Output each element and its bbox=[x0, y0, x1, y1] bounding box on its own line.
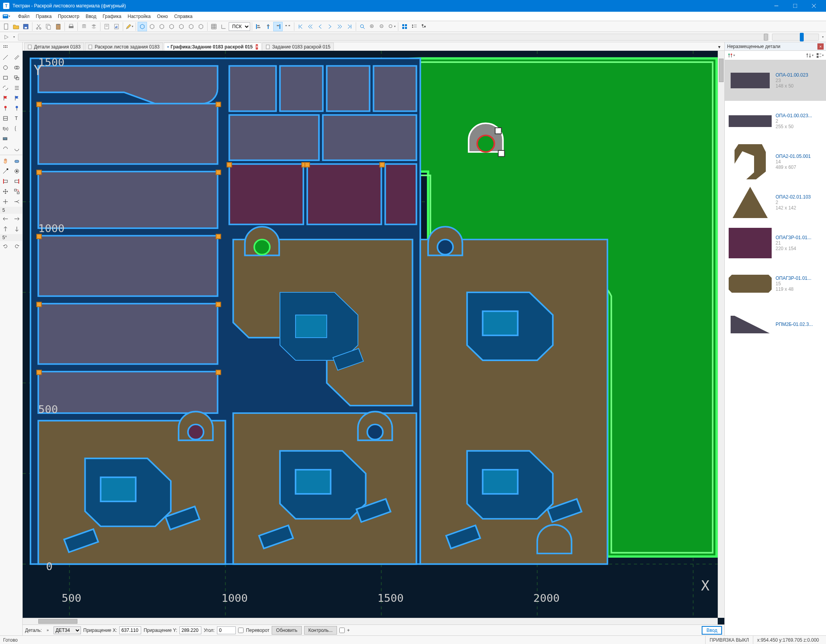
align-dist-button[interactable] bbox=[283, 22, 292, 31]
nav-last-button[interactable] bbox=[345, 22, 354, 31]
tool-blank2[interactable] bbox=[11, 134, 23, 144]
nav-first-button[interactable] bbox=[296, 22, 305, 31]
part-item[interactable]: ОПАГЗР-01.01...21220 x 154 bbox=[725, 223, 826, 263]
tool-radial-icon[interactable] bbox=[11, 197, 23, 207]
align-left-button[interactable] bbox=[254, 22, 263, 31]
zoom-fit-button[interactable] bbox=[358, 22, 367, 31]
control-button[interactable]: Контроль... bbox=[304, 626, 337, 635]
tool-fx-icon[interactable]: f(x) bbox=[0, 123, 11, 134]
play-button[interactable] bbox=[2, 33, 10, 41]
tool-move-icon[interactable] bbox=[0, 186, 11, 197]
nav-next-button[interactable] bbox=[325, 22, 335, 31]
view-3d-2-button[interactable] bbox=[147, 22, 157, 31]
horizontal-scrollbar[interactable] bbox=[23, 618, 718, 624]
tool-box-icon[interactable] bbox=[0, 113, 11, 123]
database-button[interactable] bbox=[79, 22, 89, 31]
tab-nests[interactable]: Раскрои листов задания 0183 bbox=[85, 43, 163, 50]
part-item[interactable]: РПМ2Б-01.02.3... bbox=[725, 304, 826, 345]
zoom-in-button[interactable] bbox=[367, 22, 377, 31]
tool-hand-icon[interactable] bbox=[0, 156, 11, 166]
tab-close-button[interactable]: × bbox=[256, 44, 258, 50]
new-button[interactable] bbox=[2, 22, 11, 31]
tool-label-icon[interactable]: a.b bbox=[0, 134, 11, 144]
list-panel-button[interactable] bbox=[410, 22, 419, 31]
tool-diag2-icon[interactable] bbox=[11, 166, 23, 176]
tool-arrow-down-icon[interactable] bbox=[11, 224, 23, 234]
status-snap[interactable]: ПРИВЯЗКА ВЫКЛ bbox=[705, 636, 753, 644]
tool-integral-icon[interactable] bbox=[11, 123, 23, 134]
play-menu-icon[interactable]: ▾ bbox=[13, 35, 15, 39]
tool-rotate-cw-icon[interactable] bbox=[11, 241, 23, 251]
paste-button[interactable] bbox=[54, 22, 63, 31]
increment-y-input[interactable] bbox=[179, 626, 201, 634]
tool-rects-icon[interactable] bbox=[11, 73, 23, 83]
menu-view[interactable]: Просмотр bbox=[55, 12, 82, 21]
tool-rect-icon[interactable] bbox=[0, 73, 11, 83]
pencil-button[interactable]: ▾ bbox=[125, 22, 134, 31]
view-3d-6-button[interactable] bbox=[186, 22, 196, 31]
tool-flag-blue-icon[interactable] bbox=[11, 93, 23, 103]
tab-details[interactable]: Детали задания 0183 bbox=[24, 43, 84, 50]
panel-view-button[interactable]: ▾ bbox=[815, 51, 824, 60]
tool-marker1-icon[interactable] bbox=[0, 103, 11, 113]
menu-window[interactable]: Окно bbox=[154, 12, 171, 21]
tool-circles-icon[interactable] bbox=[11, 63, 23, 73]
angle-input[interactable] bbox=[217, 626, 236, 634]
menu-input[interactable]: Ввод bbox=[82, 12, 100, 21]
tool-blank1[interactable] bbox=[11, 42, 23, 52]
close-button[interactable] bbox=[805, 0, 823, 12]
tabs-overflow-button[interactable]: ▾ bbox=[716, 43, 723, 50]
layers-button[interactable] bbox=[89, 22, 99, 31]
detail-pick-button[interactable]: » bbox=[44, 627, 51, 634]
view-3d-1-button[interactable] bbox=[138, 22, 147, 31]
part-item[interactable]: ОПАГЗР-01.01...15119 x 48 bbox=[725, 263, 826, 304]
tool-marker2-icon[interactable] bbox=[11, 103, 23, 113]
notes-button[interactable] bbox=[102, 22, 111, 31]
menu-help[interactable]: Справка bbox=[171, 12, 195, 21]
tree-panel-button[interactable] bbox=[419, 22, 429, 31]
tool-cross-icon[interactable] bbox=[0, 197, 11, 207]
align-right-button[interactable] bbox=[273, 22, 283, 31]
nav-prev-button[interactable] bbox=[315, 22, 325, 31]
panel-filter-button[interactable]: ▾ bbox=[726, 51, 736, 60]
view-3d-3-button[interactable] bbox=[157, 22, 167, 31]
vertical-scrollbar[interactable] bbox=[718, 51, 724, 618]
nav-next-page-button[interactable] bbox=[335, 22, 344, 31]
view-3d-5-button[interactable] bbox=[177, 22, 186, 31]
axes-button[interactable] bbox=[219, 22, 228, 31]
view-3d-7-button[interactable] bbox=[196, 22, 206, 31]
part-item[interactable]: ОПА2-02.01.1032142 x 142 bbox=[725, 182, 826, 223]
print-button[interactable] bbox=[66, 22, 76, 31]
tool-path-right-icon[interactable] bbox=[11, 83, 23, 93]
tool-path-left-icon[interactable] bbox=[0, 83, 11, 93]
align-center-button[interactable] bbox=[263, 22, 273, 31]
parts-list[interactable]: ОПА-01.00.02323148 x 50ОПА-01.00.023...2… bbox=[725, 60, 826, 635]
speed-menu-icon[interactable]: ▾ bbox=[822, 35, 824, 39]
menu-file[interactable]: Файл bbox=[15, 12, 33, 21]
grid-button[interactable] bbox=[209, 22, 219, 31]
tool-diag1-icon[interactable] bbox=[0, 166, 11, 176]
tool-arrow-left-icon[interactable] bbox=[0, 214, 11, 224]
tool-arrange-icon[interactable] bbox=[11, 186, 23, 197]
step-value-label[interactable]: 5 bbox=[0, 207, 22, 214]
tool-clip2-icon[interactable] bbox=[11, 176, 23, 186]
open-button[interactable] bbox=[11, 22, 21, 31]
copy-button[interactable] bbox=[44, 22, 53, 31]
tab-task[interactable]: Задание 0183 раскрой 015 bbox=[262, 43, 334, 50]
submit-button[interactable]: Ввод bbox=[702, 626, 722, 635]
tool-text-icon[interactable]: T bbox=[11, 113, 23, 123]
tab-graphics[interactable]: Графика:Задание 0183 раскрой 015 × bbox=[164, 43, 262, 50]
tool-flag-red-icon[interactable] bbox=[0, 93, 11, 103]
tool-eraser-icon[interactable] bbox=[11, 156, 23, 166]
zoom-menu-button[interactable]: ▾ bbox=[387, 22, 396, 31]
tool-clip1-icon[interactable] bbox=[0, 176, 11, 186]
menu-graphics[interactable]: Графика bbox=[100, 12, 125, 21]
nav-prev-page-button[interactable] bbox=[306, 22, 315, 31]
update-button[interactable]: Обновить bbox=[272, 626, 301, 635]
part-item[interactable]: ОПА-01.00.023...2255 x 50 bbox=[725, 101, 826, 141]
auto-checkbox[interactable] bbox=[339, 628, 345, 633]
tool-arrow-right-icon[interactable] bbox=[11, 214, 23, 224]
menu-edit[interactable]: Правка bbox=[33, 12, 55, 21]
save-button[interactable] bbox=[21, 22, 30, 31]
tool-parallel-lines-icon[interactable] bbox=[11, 52, 23, 63]
